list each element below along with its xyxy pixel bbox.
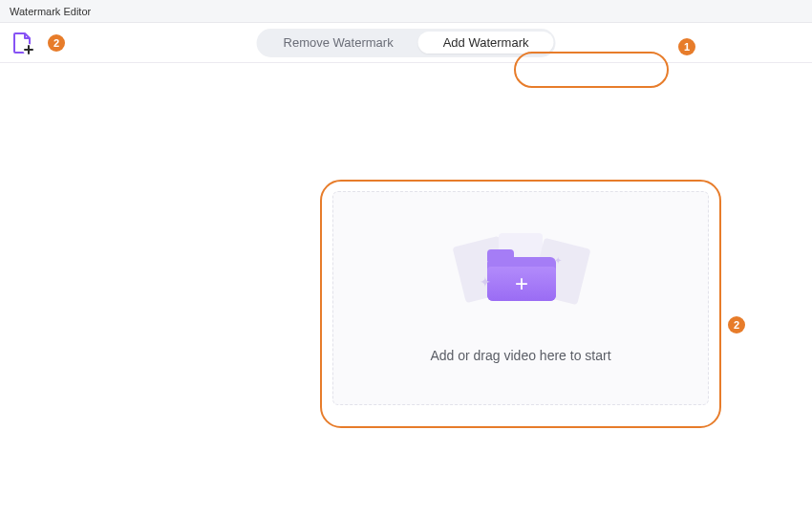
tab-remove-watermark[interactable]: Remove Watermark [259,32,418,54]
add-file-button[interactable] [10,30,36,56]
window-titlebar: Watermark Editor [0,0,812,23]
callout-badge-2-dropzone: 2 [728,316,745,333]
file-plus-icon [11,31,35,55]
folder-plus-icon: + ✦ ✦ [487,257,556,301]
callout-badge-1: 1 [678,38,695,55]
callout-badge-2-toolbar: 2 [48,34,65,52]
add-file-group: 2 [10,30,65,56]
dropzone-prompt: Add or drag video here to start [430,348,610,363]
tab-add-watermark[interactable]: Add Watermark [418,32,554,54]
video-dropzone[interactable]: + ✦ ✦ Add or drag video here to start [332,191,709,405]
window-title: Watermark Editor [10,6,91,17]
tab-switcher: Remove Watermark Add Watermark [257,29,556,57]
content-area: + ✦ ✦ Add or drag video here to start 2 [0,63,812,516]
dropzone-graphic: + ✦ ✦ [449,233,592,329]
